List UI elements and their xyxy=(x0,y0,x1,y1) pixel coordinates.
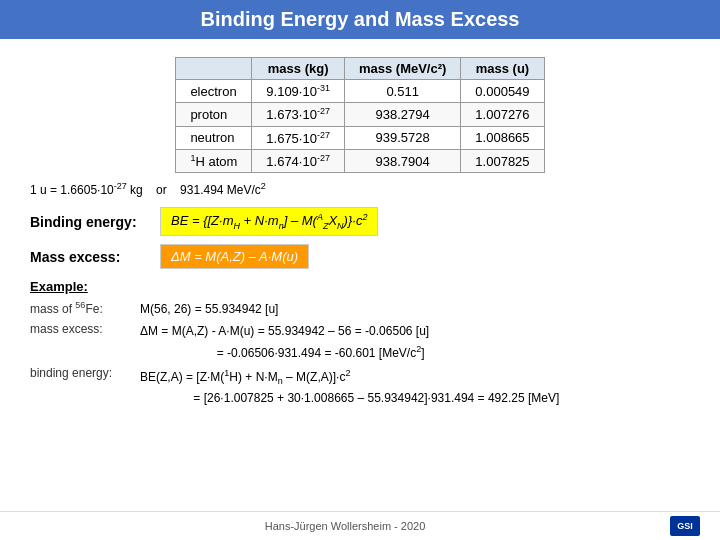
table-row: neutron1.675·10-27939.57281.008665 xyxy=(176,126,544,149)
page-header: Binding Energy and Mass Excess xyxy=(0,0,720,39)
mass-table: mass (kg) mass (MeV/c²) mass (u) electro… xyxy=(175,57,544,173)
page-title: Binding Energy and Mass Excess xyxy=(201,8,520,30)
cell-value: 1.008665 xyxy=(461,126,544,149)
col-header-mass-u: mass (u) xyxy=(461,58,544,80)
gsi-logo: GSI xyxy=(670,516,700,536)
binding-energy-formula: BE = {[Z·mH + N·mn] – M(AZXN)}·c2 xyxy=(160,207,378,236)
cell-value: 1.675·10-27 xyxy=(252,126,345,149)
example-binding-label: binding energy: xyxy=(30,366,130,380)
particle-name: proton xyxy=(176,103,252,126)
particle-name: electron xyxy=(176,80,252,103)
col-header-mass-kg: mass (kg) xyxy=(252,58,345,80)
cell-value: 1.674·10-27 xyxy=(252,149,345,172)
cell-value: 9.109·10-31 xyxy=(252,80,345,103)
page: Binding Energy and Mass Excess mass (kg)… xyxy=(0,0,720,540)
example-section: Example: mass of 56Fe: M(56, 26) = 55.93… xyxy=(30,279,690,408)
cell-value: 1.007825 xyxy=(461,149,544,172)
mass-excess-label: Mass excess: xyxy=(30,249,150,265)
example-title: Example: xyxy=(30,279,690,294)
col-header-mass-mev: mass (MeV/c²) xyxy=(344,58,460,80)
cell-value: 0.000549 xyxy=(461,80,544,103)
example-mass-label: mass of 56Fe: xyxy=(30,300,130,316)
unit-line: 1 u = 1.6605·10-27 kg or 931.494 MeV/c2 xyxy=(30,181,690,197)
particle-name: 1H atom xyxy=(176,149,252,172)
cell-value: 0.511 xyxy=(344,80,460,103)
cell-value: 1.007276 xyxy=(461,103,544,126)
example-excess-content: ΔM = M(A,Z) - A·M(u) = 55.934942 – 56 = … xyxy=(140,322,429,362)
particle-name: neutron xyxy=(176,126,252,149)
example-excess-label: mass excess: xyxy=(30,322,130,336)
cell-value: 938.2794 xyxy=(344,103,460,126)
col-header-particle xyxy=(176,58,252,80)
binding-energy-row: Binding energy: BE = {[Z·mH + N·mn] – M(… xyxy=(30,207,690,236)
table-row: 1H atom1.674·10-27938.79041.007825 xyxy=(176,149,544,172)
footer: Hans-Jürgen Wollersheim - 2020 GSI xyxy=(0,511,720,540)
mass-excess-row: Mass excess: ΔM = M(A,Z) – A·M(u) xyxy=(30,244,690,269)
example-binding-content: BE(Z,A) = [Z·M(1H) + N·Mn – M(Z,A)]·c2 =… xyxy=(140,366,559,408)
binding-energy-label: Binding energy: xyxy=(30,214,150,230)
example-binding-row: binding energy: BE(Z,A) = [Z·M(1H) + N·M… xyxy=(30,366,690,408)
footer-text: Hans-Jürgen Wollersheim - 2020 xyxy=(265,520,426,532)
table-row: proton1.673·10-27938.27941.007276 xyxy=(176,103,544,126)
cell-value: 1.673·10-27 xyxy=(252,103,345,126)
cell-value: 938.7904 xyxy=(344,149,460,172)
mass-excess-formula: ΔM = M(A,Z) – A·M(u) xyxy=(160,244,309,269)
example-mass-row: mass of 56Fe: M(56, 26) = 55.934942 [u] xyxy=(30,300,690,319)
example-excess-row: mass excess: ΔM = M(A,Z) - A·M(u) = 55.9… xyxy=(30,322,690,362)
cell-value: 939.5728 xyxy=(344,126,460,149)
main-content: mass (kg) mass (MeV/c²) mass (u) electro… xyxy=(0,39,720,511)
table-row: electron9.109·10-310.5110.000549 xyxy=(176,80,544,103)
example-mass-content: M(56, 26) = 55.934942 [u] xyxy=(140,300,278,319)
